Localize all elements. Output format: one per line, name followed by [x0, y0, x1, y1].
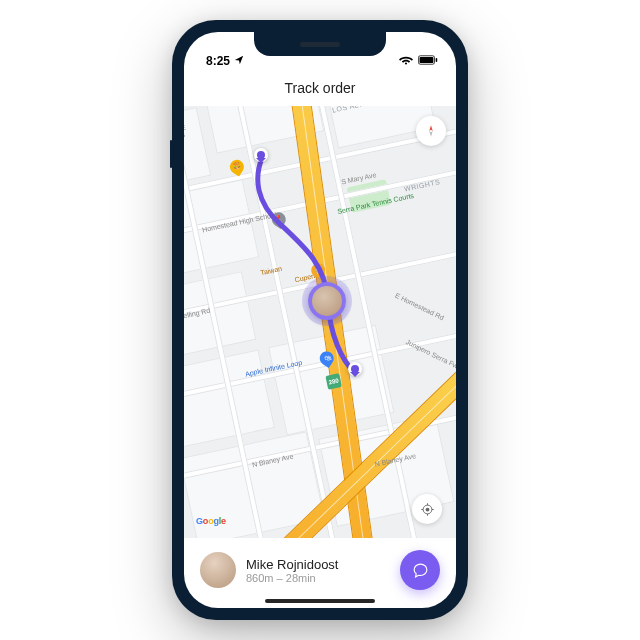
avatar[interactable] — [200, 552, 236, 588]
origin-pin — [254, 148, 268, 162]
courier-marker[interactable] — [308, 282, 346, 320]
screen: 8:25 Track order — [184, 32, 456, 608]
chat-button[interactable] — [400, 550, 440, 590]
svg-rect-1 — [420, 57, 434, 63]
courier-name: Mike Rojnidoost — [246, 557, 390, 572]
home-indicator — [265, 599, 375, 603]
map[interactable]: 280 280 WOODLAND ACRES - THE HIGHLANDS S… — [184, 106, 456, 538]
battery-icon — [418, 54, 438, 68]
wifi-icon — [399, 54, 413, 68]
destination-pin — [348, 362, 362, 376]
highway-shield: 280 — [325, 373, 342, 390]
courier-bar: Mike Rojnidoost 860m – 28min — [184, 538, 456, 608]
svg-rect-2 — [436, 58, 438, 62]
page-title: Track order — [184, 70, 456, 106]
locate-icon — [420, 502, 435, 517]
status-time: 8:25 — [206, 54, 230, 68]
location-arrow-icon — [234, 54, 244, 68]
notch — [254, 32, 386, 56]
locate-button[interactable] — [412, 494, 442, 524]
chat-icon — [412, 562, 429, 579]
map-attribution: Google — [196, 516, 226, 526]
compass-button[interactable] — [416, 116, 446, 146]
svg-point-3 — [425, 507, 429, 511]
street-label: E Homestead Rd — [394, 292, 445, 322]
courier-meta: 860m – 28min — [246, 572, 390, 584]
phone-frame: 8:25 Track order — [172, 20, 468, 620]
compass-icon — [424, 124, 438, 138]
